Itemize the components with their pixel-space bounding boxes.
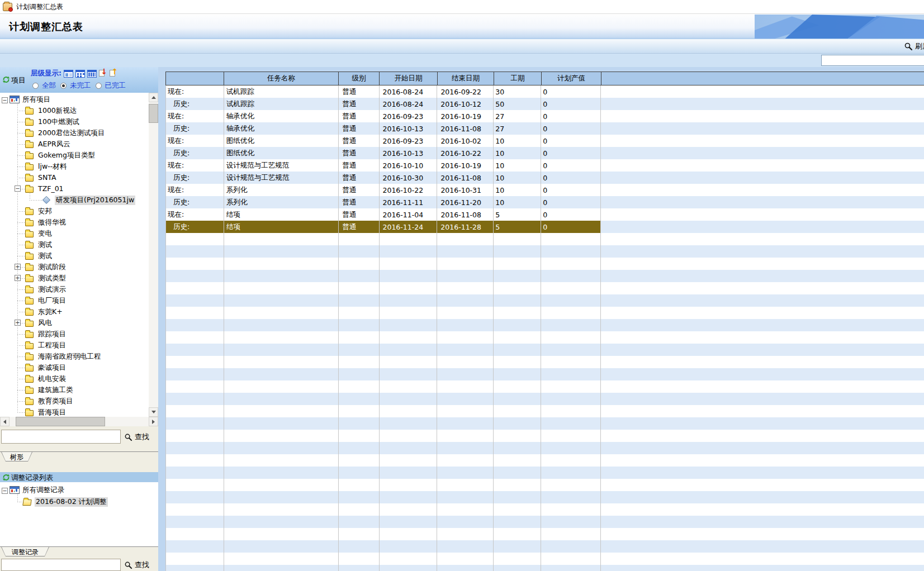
empty-table-row[interactable] bbox=[165, 516, 924, 528]
column-header-任务名称[interactable]: 任务名称 bbox=[224, 72, 339, 85]
collapse-icon[interactable]: − bbox=[15, 185, 21, 192]
records-root-item[interactable]: −所有调整记录 bbox=[0, 484, 158, 495]
scroll-down-button[interactable] bbox=[149, 407, 158, 417]
tree-item[interactable]: 建筑施工类 bbox=[0, 384, 158, 396]
empty-table-row[interactable] bbox=[165, 553, 924, 565]
tree-vertical-scrollbar[interactable] bbox=[149, 93, 158, 417]
tree-item[interactable]: 测试演示 bbox=[0, 284, 158, 295]
table-row[interactable]: 历史:系列化普通2016-11-112016-11-20100 bbox=[165, 196, 924, 208]
tree-item[interactable]: 1000新视达 bbox=[0, 105, 158, 116]
detail-view-icon[interactable] bbox=[75, 70, 85, 78]
tree-item[interactable]: 机电安装 bbox=[0, 373, 158, 384]
table-filter-input[interactable] bbox=[821, 55, 924, 66]
column-header-级别[interactable]: 级别 bbox=[339, 72, 380, 85]
table-row[interactable]: 现在:结项普通2016-11-042016-11-0850 bbox=[165, 208, 924, 221]
table-row[interactable]: 现在:试机跟踪普通2016-08-242016-09-22300 bbox=[165, 85, 924, 98]
scroll-up-button[interactable] bbox=[149, 93, 158, 102]
project-find-button[interactable]: 查找 bbox=[124, 432, 149, 442]
tree-item[interactable]: 2000君信达测试项目 bbox=[0, 127, 158, 139]
grid-view-icon[interactable] bbox=[87, 70, 97, 78]
empty-table-row[interactable] bbox=[165, 380, 924, 393]
records-tree-item[interactable]: 2016-08-02 计划调整 bbox=[0, 496, 158, 507]
empty-table-row[interactable] bbox=[165, 540, 924, 553]
table-row[interactable]: 现在:系列化普通2016-10-222016-10-31100 bbox=[165, 184, 924, 196]
empty-table-row[interactable] bbox=[165, 258, 924, 270]
windows-view-icon[interactable] bbox=[64, 70, 73, 78]
column-header-结束日期[interactable]: 结束日期 bbox=[438, 72, 494, 85]
expand-icon[interactable]: + bbox=[15, 320, 21, 326]
empty-table-row[interactable] bbox=[165, 307, 924, 319]
expand-icon[interactable]: + bbox=[15, 275, 21, 281]
refresh-records-icon[interactable] bbox=[2, 473, 10, 482]
table-row[interactable]: 现在:轴承优化普通2016-09-232016-10-19270 bbox=[165, 110, 924, 122]
tree-item[interactable]: 100中燃测试 bbox=[0, 116, 158, 127]
radio-已完工[interactable] bbox=[96, 83, 102, 89]
records-search-input[interactable] bbox=[1, 559, 121, 571]
column-header-计划产值[interactable]: 计划产值 bbox=[542, 72, 601, 85]
tree-item[interactable]: +测试阶段 bbox=[0, 261, 158, 273]
empty-table-row[interactable] bbox=[165, 294, 924, 307]
empty-table-row[interactable] bbox=[165, 282, 924, 294]
empty-table-row[interactable] bbox=[165, 491, 924, 503]
tree-item[interactable]: 测试 bbox=[0, 239, 158, 250]
sort-descending-icon[interactable]: ↓ bbox=[99, 69, 107, 78]
scroll-right-button[interactable] bbox=[149, 417, 158, 426]
expand-icon[interactable]: + bbox=[15, 264, 21, 270]
project-search-input[interactable] bbox=[1, 430, 121, 444]
records-find-button[interactable]: 查找 bbox=[124, 560, 149, 570]
tree-item[interactable]: 测试 bbox=[0, 250, 158, 261]
tree-item[interactable]: 电厂项目 bbox=[0, 295, 158, 306]
empty-table-row[interactable] bbox=[165, 270, 924, 282]
empty-table-row[interactable] bbox=[165, 331, 924, 344]
tree-item[interactable]: SNTA bbox=[0, 172, 158, 183]
tree-item[interactable]: 教育类项目 bbox=[0, 396, 158, 407]
tree-item[interactable]: ljw--材料 bbox=[0, 161, 158, 172]
empty-table-row[interactable] bbox=[165, 454, 924, 467]
empty-table-row[interactable] bbox=[165, 528, 924, 540]
tree-item[interactable]: 研发项目(Prj2016051jw bbox=[0, 194, 158, 206]
tree-item[interactable]: 安邦 bbox=[0, 206, 158, 217]
tree-item[interactable]: 豪诚项目 bbox=[0, 362, 158, 373]
empty-table-row[interactable] bbox=[165, 393, 924, 405]
scroll-left-button[interactable] bbox=[0, 417, 10, 426]
empty-table-row[interactable] bbox=[165, 368, 924, 380]
table-row[interactable]: 历史:轴承优化普通2016-10-132016-11-08270 bbox=[165, 122, 924, 135]
empty-table-row[interactable] bbox=[165, 479, 924, 491]
empty-table-row[interactable] bbox=[165, 565, 924, 571]
empty-table-row[interactable] bbox=[165, 245, 924, 258]
empty-table-row[interactable] bbox=[165, 417, 924, 430]
column-header-row-kind[interactable] bbox=[166, 72, 224, 85]
tree-item[interactable]: AEPR风云 bbox=[0, 139, 158, 150]
empty-table-row[interactable] bbox=[165, 405, 924, 417]
radio-未完工[interactable] bbox=[60, 83, 67, 89]
refresh-button[interactable]: 刷新 bbox=[904, 41, 924, 51]
empty-table-row[interactable] bbox=[165, 356, 924, 368]
empty-table-row[interactable] bbox=[165, 319, 924, 331]
tab-records-view[interactable]: 调整记录 bbox=[1, 547, 49, 556]
tree-horizontal-scrollbar[interactable] bbox=[0, 417, 158, 426]
table-row[interactable]: 现在:图纸优化普通2016-09-232016-10-02100 bbox=[165, 135, 924, 147]
table-row[interactable]: 历史:试机跟踪普通2016-08-242016-10-12500 bbox=[165, 98, 924, 110]
scroll-thumb[interactable] bbox=[149, 104, 158, 123]
column-header-开始日期[interactable]: 开始日期 bbox=[380, 72, 438, 85]
collapse-icon[interactable]: − bbox=[2, 488, 8, 494]
tree-item[interactable]: 变电 bbox=[0, 228, 158, 239]
empty-table-row[interactable] bbox=[165, 503, 924, 516]
tree-item[interactable]: 海南省政府弱电工程 bbox=[0, 351, 158, 362]
tree-item[interactable]: −TZF_01 bbox=[0, 183, 158, 194]
scroll-thumb[interactable] bbox=[16, 417, 105, 426]
tree-item[interactable]: 工程项目 bbox=[0, 340, 158, 351]
tab-tree-view[interactable]: 树形 bbox=[1, 452, 32, 461]
empty-table-row[interactable] bbox=[165, 233, 924, 245]
empty-table-row[interactable] bbox=[165, 344, 924, 356]
collapse-icon[interactable]: − bbox=[2, 97, 8, 103]
refresh-projects-icon[interactable] bbox=[2, 75, 10, 84]
table-row[interactable]: 历史:结项普通2016-11-242016-11-2850 bbox=[165, 221, 924, 233]
tree-item[interactable]: +测试类型 bbox=[0, 273, 158, 284]
tree-item[interactable]: 晋海项目 bbox=[0, 407, 158, 417]
empty-table-row[interactable] bbox=[165, 442, 924, 454]
empty-table-row[interactable] bbox=[165, 467, 924, 479]
tree-item[interactable]: 跟踪项目 bbox=[0, 329, 158, 340]
tree-item[interactable]: Gokemg项目类型 bbox=[0, 150, 158, 161]
sort-ascending-icon[interactable]: ↑ bbox=[110, 69, 118, 78]
